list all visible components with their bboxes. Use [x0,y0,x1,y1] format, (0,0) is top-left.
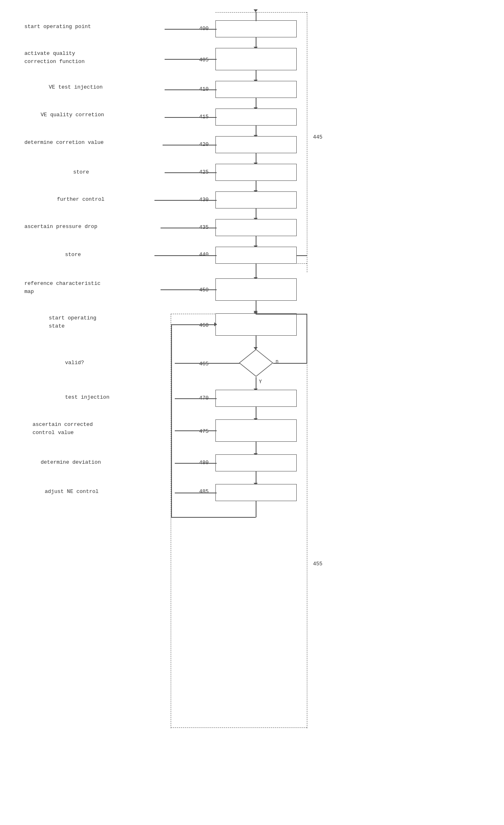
stepnum-405: 405 [199,57,209,63]
arrow-loop-460 [214,322,217,326]
vline-top-to-400 [256,12,256,21]
svg-marker-0 [239,350,273,376]
vline-435-440 [256,236,256,246]
hline-450 [161,289,217,290]
stepnum-450: 450 [199,287,209,293]
vline-475-480 [256,442,256,454]
hline-n-right [273,363,307,364]
vline-460-465 [256,336,256,348]
label-455: 455 [313,561,322,567]
box-480 [215,454,297,471]
hline-410 [165,89,217,90]
stepnum-460: 460 [199,322,209,328]
box-420 [215,136,297,153]
hline-415 [165,117,217,118]
label-435: ascertain pressure drop [24,224,171,230]
hline-475 [175,430,217,431]
vline-485-down [256,501,256,517]
vline-415-420 [256,126,256,136]
vline-480-485 [256,471,256,484]
label-405: activate quality correction function [24,50,163,65]
label-425: store [73,169,167,175]
label-480: determine deviation [41,459,167,465]
stepnum-475: 475 [199,428,209,434]
vline-485-to-460 [171,324,172,517]
flowchart-diagram: start operating point 400 activate quali… [0,0,504,825]
hline-420 [163,145,217,145]
box-410 [215,81,297,98]
box-430 [215,191,297,208]
arrow-n-460 [254,311,258,314]
vline-400-405 [256,37,256,48]
label-440: store [65,252,167,258]
vline-440-450 [256,264,256,278]
branch-y: Y [259,379,262,385]
vline-405-410 [256,70,256,80]
box-405 [215,48,297,70]
diamond-465 [239,349,274,377]
label-420: determine corretion value [24,139,167,145]
label-465: valid? [65,360,171,366]
vline-410-415 [256,98,256,108]
label-470: test injection [65,394,171,400]
box-435 [215,219,297,236]
label-445: 445 [313,134,322,140]
label-485: adjust NE control [45,488,171,495]
dashed-right-445 [307,12,307,272]
box-470 [215,390,297,407]
label-450: reference characteristic map [24,280,163,295]
box-460 [215,313,297,336]
stepnum-465: 465 [199,361,209,367]
box-440 [215,247,297,264]
hline-470 [175,398,217,399]
arrow-dashed-top [254,9,258,12]
dashed-right-455 [307,314,307,728]
stepnum-440: 440 [199,252,209,258]
box-450 [215,278,297,301]
vline-430-435 [256,208,256,219]
hline-485-left [171,517,256,518]
label-400: start operating point [24,24,167,30]
hline-480 [175,463,217,464]
label-475: ascertain corrected control value [33,421,167,436]
hline-435 [161,228,217,228]
hline-485-to-460-h [171,324,215,325]
hline-405 [165,59,217,60]
vline-420-425 [256,153,256,163]
hline-440-right [297,255,307,256]
box-425 [215,164,297,181]
box-415 [215,109,297,126]
hline-n-top [256,314,307,315]
dashed-bottom-455 [171,727,307,728]
hline-485 [175,493,217,493]
label-430: further control [57,196,171,202]
box-475 [215,419,297,442]
vline-470-475 [256,407,256,419]
hline-465 [175,363,240,364]
vline-465-470 [256,377,256,389]
box-400 [215,20,297,37]
vline-425-430 [256,181,256,191]
label-460: start operating state [49,314,167,330]
label-415: VE quality corretion [41,112,163,118]
dashed-bottom-445 [215,263,307,264]
hline-425 [165,172,217,173]
label-410: VE test injection [49,84,163,90]
hline-430 [154,200,217,201]
dashed-top-445 [215,12,307,13]
box-485 [215,484,297,501]
hline-440 [154,255,217,256]
hline-400 [165,29,217,30]
stepnum-485: 485 [199,488,209,495]
branch-n: n [276,359,278,365]
vline-n-up [306,314,307,363]
